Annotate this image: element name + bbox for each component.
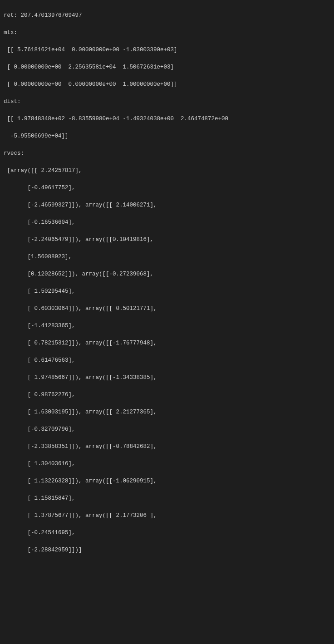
- rvecs-line: [-2.24065479]]), array([[0.10419816],: [4, 236, 330, 244]
- dist-row: -5.95506699e+04]]: [4, 132, 330, 141]
- rvecs-line: [ 0.78215312]]), array([[-1.76777948],: [4, 339, 330, 348]
- rvecs-line: [-2.28842959]])]: [4, 546, 330, 555]
- rvecs-line: [array([[ 2.24257817],: [4, 167, 330, 175]
- ret-line: ret: 207.47013976769497: [4, 11, 330, 20]
- rvecs-line: [ 1.15815847],: [4, 494, 330, 503]
- rvecs-line: [-2.46599327]]), array([[ 2.14006271],: [4, 201, 330, 210]
- rvecs-line: [ 1.63003195]]), array([[ 2.21277365],: [4, 408, 330, 417]
- rvecs-line: [ 0.60303064]]), array([[ 0.50121771],: [4, 305, 330, 313]
- rvecs-line: [0.12028652]]), array([[-0.27239068],: [4, 270, 330, 279]
- rvecs-line: [ 1.13226328]]), array([[-1.06290915],: [4, 477, 330, 486]
- mtx-row: [ 0.00000000e+00 2.25635581e+04 1.506726…: [4, 63, 330, 72]
- rvecs-line: [1.56088923],: [4, 253, 330, 261]
- ret-value: 207.47013976769497: [21, 12, 82, 19]
- mtx-label: mtx:: [4, 29, 330, 37]
- rvecs-label: rvecs:: [4, 149, 330, 158]
- dist-label: dist:: [4, 98, 330, 106]
- dist-row: [[ 1.97848348e+02 -8.83559980e+04 -1.493…: [4, 115, 330, 123]
- terminal-output[interactable]: ret: 207.47013976769497 mtx: [[ 5.761816…: [0, 0, 334, 644]
- rvecs-line: [-0.49617752],: [4, 184, 330, 192]
- rvecs-line: [ 1.50295445],: [4, 287, 330, 296]
- mtx-row: [[ 5.76181621e+04 0.00000000e+00 -1.0300…: [4, 46, 330, 54]
- rvecs-line: [ 0.61476563],: [4, 356, 330, 365]
- rvecs-line: [-0.24541695],: [4, 529, 330, 537]
- mtx-row: [ 0.00000000e+00 0.00000000e+00 1.000000…: [4, 80, 330, 89]
- rvecs-line: [-0.16536604],: [4, 218, 330, 227]
- rvecs-line: [-0.32709796],: [4, 425, 330, 434]
- rvecs-line: [-2.33858351]]), array([[-0.78842682],: [4, 442, 330, 451]
- rvecs-line: [-1.41283365],: [4, 322, 330, 330]
- rvecs-line: [ 1.30403616],: [4, 460, 330, 468]
- rvecs-line: [ 0.98762276],: [4, 391, 330, 399]
- rvecs-line: [ 1.97485667]]), array([[-1.34338385],: [4, 374, 330, 382]
- rvecs-line: [ 1.37875677]]), array([[ 2.1773206 ],: [4, 511, 330, 520]
- ret-label: ret:: [4, 12, 21, 19]
